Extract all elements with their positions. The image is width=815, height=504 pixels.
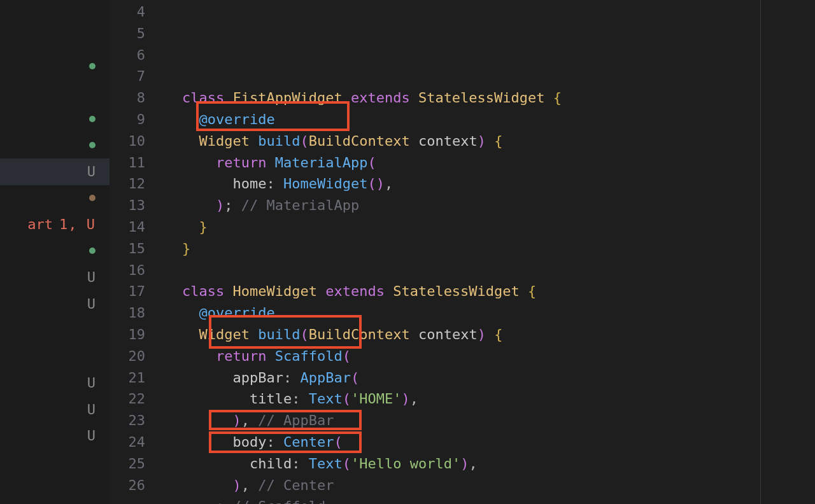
code-line[interactable]: ), // AppBar — [163, 410, 815, 431]
sidebar-row[interactable] — [0, 27, 110, 53]
line-number: 11 — [110, 152, 145, 174]
line-number: 10 — [110, 130, 145, 152]
code-editor[interactable]: 4567891011121314151617181920212223242526… — [110, 0, 815, 504]
code-line[interactable]: ; // Scaffold — [163, 496, 815, 504]
git-status-dot — [89, 63, 96, 69]
sidebar-row[interactable] — [0, 238, 110, 265]
git-status-dot — [89, 116, 96, 122]
git-untracked-badge: U — [87, 164, 96, 179]
sidebar-row[interactable] — [0, 53, 110, 80]
code-line[interactable]: class FistAppWidget extends StatelessWid… — [163, 87, 815, 109]
code-line[interactable]: return Scaffold( — [163, 346, 815, 367]
sidebar-row[interactable] — [0, 344, 110, 370]
code-line[interactable]: Widget build(BuildContext context) { — [163, 324, 815, 346]
code-content[interactable]: class FistAppWidget extends StatelessWid… — [163, 0, 815, 504]
code-line[interactable]: class HomeWidget extends StatelessWidget… — [163, 281, 815, 302]
line-number: 16 — [110, 260, 145, 281]
line-number: 14 — [110, 216, 145, 238]
code-line[interactable]: ); // MaterialApp — [163, 195, 815, 216]
code-line[interactable]: } — [163, 238, 815, 260]
code-line[interactable]: @override — [163, 302, 815, 324]
code-line[interactable] — [163, 260, 815, 281]
code-line[interactable]: return MaterialApp( — [163, 152, 815, 174]
line-number: 23 — [110, 410, 145, 431]
file-name: art — [27, 216, 53, 232]
line-number: 19 — [110, 324, 145, 346]
sidebar-row[interactable]: art1, U — [0, 211, 110, 238]
code-line[interactable]: home: HomeWidget(), — [163, 173, 815, 195]
line-number: 26 — [110, 475, 145, 496]
code-line[interactable]: title: Text('HOME'), — [163, 388, 815, 410]
git-untracked-badge: U — [87, 296, 96, 312]
line-number: 15 — [110, 238, 145, 260]
code-line[interactable]: body: Center( — [163, 431, 815, 453]
git-status-dot — [89, 195, 96, 201]
app-root: Uart1, UUUUUU 45678910111213141516171819… — [0, 0, 815, 504]
line-number: 17 — [110, 281, 145, 302]
code-line[interactable] — [163, 66, 815, 87]
code-line[interactable]: Widget build(BuildContext context) { — [163, 130, 815, 152]
git-untracked-badge: U — [87, 269, 96, 285]
line-number: 18 — [110, 302, 145, 324]
sidebar-row[interactable]: U — [0, 291, 110, 318]
file-status-badge: 1, U — [59, 216, 96, 232]
line-number: 12 — [110, 173, 145, 195]
line-number: 8 — [110, 87, 145, 109]
line-number: 25 — [110, 453, 145, 475]
line-number-gutter: 4567891011121314151617181920212223242526 — [110, 0, 163, 504]
line-number: 7 — [110, 66, 145, 87]
line-number: 13 — [110, 195, 145, 216]
git-status-dot — [89, 248, 96, 254]
sidebar-row[interactable]: U — [0, 158, 110, 185]
git-untracked-badge: U — [87, 428, 96, 444]
sidebar-row[interactable] — [0, 132, 110, 159]
code-line[interactable]: ), // Center — [163, 475, 815, 496]
sidebar: Uart1, UUUUUU — [0, 0, 110, 504]
sidebar-row[interactable] — [0, 185, 110, 212]
code-line[interactable]: appBar: AppBar( — [163, 367, 815, 389]
sidebar-row[interactable] — [0, 80, 110, 106]
line-number: 6 — [110, 45, 145, 66]
sidebar-row[interactable] — [0, 317, 110, 344]
sidebar-row[interactable]: U — [0, 264, 110, 291]
line-number: 22 — [110, 388, 145, 410]
code-line[interactable]: child: Text('Hello world'), — [163, 453, 815, 475]
sidebar-row[interactable]: U — [0, 423, 110, 449]
line-number: 24 — [110, 431, 145, 453]
line-number: 5 — [110, 23, 145, 45]
line-number: 9 — [110, 109, 145, 130]
line-number: 21 — [110, 367, 145, 389]
git-untracked-badge: U — [87, 402, 96, 417]
sidebar-row[interactable]: U — [0, 370, 110, 396]
line-number: 20 — [110, 346, 145, 367]
sidebar-row[interactable]: U — [0, 396, 110, 423]
line-number: 4 — [110, 1, 145, 23]
code-line[interactable]: } — [163, 216, 815, 238]
code-line[interactable]: @override — [163, 109, 815, 130]
git-status-dot — [89, 142, 96, 148]
sidebar-row[interactable] — [0, 106, 110, 132]
sidebar-row[interactable] — [0, 0, 110, 27]
git-untracked-badge: U — [87, 375, 96, 391]
